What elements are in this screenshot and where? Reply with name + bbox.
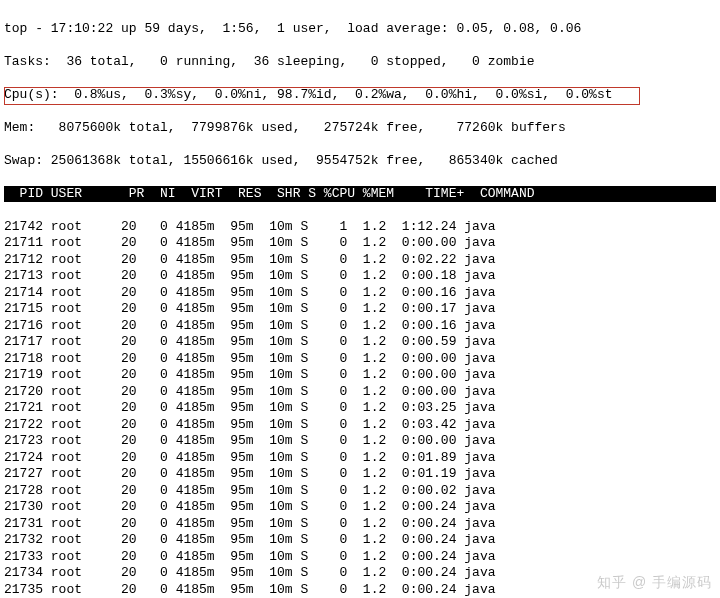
summary-line: top - 17:10:22 up 59 days, 1:56, 1 user,…	[4, 21, 716, 38]
summary-line: Swap: 25061368k total, 15506616k used, 9…	[4, 153, 716, 170]
process-list: 21742 root 20 0 4185m 95m 10m S 1 1.2 1:…	[4, 219, 716, 599]
process-row[interactable]: 21717 root 20 0 4185m 95m 10m S 0 1.2 0:…	[4, 334, 716, 351]
process-row[interactable]: 21732 root 20 0 4185m 95m 10m S 0 1.2 0:…	[4, 532, 716, 549]
process-row[interactable]: 21719 root 20 0 4185m 95m 10m S 0 1.2 0:…	[4, 367, 716, 384]
process-row[interactable]: 21734 root 20 0 4185m 95m 10m S 0 1.2 0:…	[4, 565, 716, 582]
process-row[interactable]: 21720 root 20 0 4185m 95m 10m S 0 1.2 0:…	[4, 384, 716, 401]
process-row[interactable]: 21730 root 20 0 4185m 95m 10m S 0 1.2 0:…	[4, 499, 716, 516]
process-row[interactable]: 21721 root 20 0 4185m 95m 10m S 0 1.2 0:…	[4, 400, 716, 417]
process-row[interactable]: 21727 root 20 0 4185m 95m 10m S 0 1.2 0:…	[4, 466, 716, 483]
process-row[interactable]: 21715 root 20 0 4185m 95m 10m S 0 1.2 0:…	[4, 301, 716, 318]
summary-line: Tasks: 36 total, 0 running, 36 sleeping,…	[4, 54, 716, 71]
process-row[interactable]: 21724 root 20 0 4185m 95m 10m S 0 1.2 0:…	[4, 450, 716, 467]
summary-line: Mem: 8075600k total, 7799876k used, 2757…	[4, 120, 716, 137]
process-header: PID USER PR NI VIRT RES SHR S %CPU %MEM …	[4, 186, 716, 203]
process-row[interactable]: 21722 root 20 0 4185m 95m 10m S 0 1.2 0:…	[4, 417, 716, 434]
process-row[interactable]: 21718 root 20 0 4185m 95m 10m S 0 1.2 0:…	[4, 351, 716, 368]
process-row[interactable]: 21731 root 20 0 4185m 95m 10m S 0 1.2 0:…	[4, 516, 716, 533]
process-row[interactable]: 21713 root 20 0 4185m 95m 10m S 0 1.2 0:…	[4, 268, 716, 285]
process-row[interactable]: 21711 root 20 0 4185m 95m 10m S 0 1.2 0:…	[4, 235, 716, 252]
terminal-output[interactable]: top - 17:10:22 up 59 days, 1:56, 1 user,…	[0, 0, 720, 598]
process-row[interactable]: 21742 root 20 0 4185m 95m 10m S 1 1.2 1:…	[4, 219, 716, 236]
process-row[interactable]: 21714 root 20 0 4185m 95m 10m S 0 1.2 0:…	[4, 285, 716, 302]
process-row[interactable]: 21728 root 20 0 4185m 95m 10m S 0 1.2 0:…	[4, 483, 716, 500]
process-row[interactable]: 21716 root 20 0 4185m 95m 10m S 0 1.2 0:…	[4, 318, 716, 335]
process-row[interactable]: 21733 root 20 0 4185m 95m 10m S 0 1.2 0:…	[4, 549, 716, 566]
summary-line: Cpu(s): 0.8%us, 0.3%sy, 0.0%ni, 98.7%id,…	[4, 87, 716, 104]
process-row[interactable]: 21723 root 20 0 4185m 95m 10m S 0 1.2 0:…	[4, 433, 716, 450]
process-row[interactable]: 21735 root 20 0 4185m 95m 10m S 0 1.2 0:…	[4, 582, 716, 599]
process-row[interactable]: 21712 root 20 0 4185m 95m 10m S 0 1.2 0:…	[4, 252, 716, 269]
